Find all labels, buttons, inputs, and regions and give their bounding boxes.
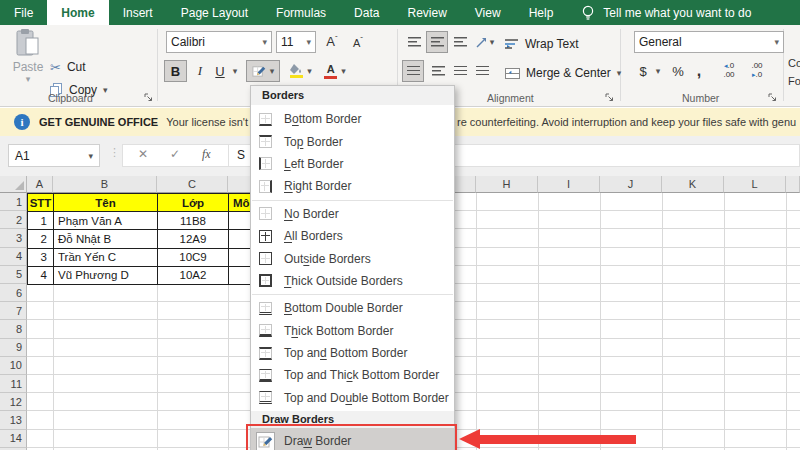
row-header-14[interactable]: 14 bbox=[0, 430, 27, 448]
table-cell[interactable]: Phạm Văn A bbox=[54, 212, 158, 230]
row-header-1[interactable]: 1 bbox=[0, 193, 27, 211]
currency-button[interactable]: $ bbox=[634, 60, 652, 82]
col-header-B[interactable]: B bbox=[53, 176, 157, 193]
increase-decimal-button[interactable]: ◂.0.00 bbox=[716, 60, 742, 82]
row-header-3[interactable]: 3 bbox=[0, 229, 27, 247]
table-cell[interactable]: Vũ Phương D bbox=[54, 267, 158, 285]
menu-item-top-and-thick-bottom-border[interactable]: Top and Thick Bottom Border bbox=[251, 364, 454, 386]
row-header-2[interactable]: 2 bbox=[0, 211, 27, 229]
enter-icon[interactable]: ✓ bbox=[170, 147, 180, 161]
menu-item-top-and-bottom-border[interactable]: Top and Bottom Border bbox=[251, 342, 454, 364]
wrap-text-button[interactable]: Wrap Text bbox=[505, 34, 579, 54]
formula-bar-handle[interactable]: ⋮ bbox=[109, 146, 120, 159]
table-cell[interactable]: 1 bbox=[28, 212, 54, 230]
clipboard-dialog-launcher[interactable] bbox=[144, 93, 154, 103]
row-header-11[interactable]: 11 bbox=[0, 375, 27, 393]
increase-indent-button[interactable] bbox=[472, 60, 492, 82]
tab-help[interactable]: Help bbox=[515, 0, 568, 25]
middle-align-button[interactable] bbox=[426, 31, 448, 53]
table-cell[interactable]: 10C9 bbox=[158, 249, 229, 267]
menu-item-top-border[interactable]: Top Border bbox=[251, 130, 454, 152]
tab-file[interactable]: File bbox=[0, 0, 47, 25]
align-center-button[interactable] bbox=[428, 60, 448, 82]
percent-button[interactable]: % bbox=[668, 60, 688, 82]
comma-button[interactable]: , bbox=[692, 60, 706, 82]
tab-data[interactable]: Data bbox=[340, 0, 393, 25]
bold-button[interactable]: B bbox=[164, 60, 187, 82]
decrease-decimal-button[interactable]: .00▸.0 bbox=[744, 60, 770, 82]
font-color-button[interactable]: A ▾ bbox=[320, 60, 350, 82]
table-header-cell[interactable]: STT bbox=[28, 194, 54, 212]
paste-button[interactable]: Paste ▾ bbox=[8, 28, 48, 96]
table-cell[interactable]: 12A9 bbox=[158, 230, 229, 248]
orientation-button[interactable]: ▾ bbox=[472, 31, 498, 53]
underline-button[interactable]: U bbox=[211, 60, 229, 82]
bottom-align-button[interactable] bbox=[450, 31, 470, 53]
menu-item-no-border[interactable]: No Border bbox=[251, 203, 454, 225]
row-header-13[interactable]: 13 bbox=[0, 411, 27, 429]
table-cell[interactable]: 3 bbox=[28, 249, 54, 267]
name-box-caret-icon[interactable]: ▾ bbox=[88, 151, 93, 161]
paste-dropdown-caret-icon[interactable]: ▾ bbox=[26, 74, 31, 84]
cancel-icon[interactable]: ✕ bbox=[138, 147, 148, 161]
col-header-A[interactable]: A bbox=[27, 176, 53, 193]
menu-item-thick-bottom-border[interactable]: Thick Bottom Border bbox=[251, 320, 454, 342]
table-cell[interactable]: 4 bbox=[28, 267, 54, 285]
menu-item-bottom-double-border[interactable]: Bottom Double Border bbox=[251, 297, 454, 319]
align-left-button[interactable] bbox=[402, 60, 424, 82]
tab-insert[interactable]: Insert bbox=[109, 0, 167, 25]
underline-dropdown-caret[interactable]: ▾ bbox=[229, 60, 241, 82]
decrease-indent-button[interactable] bbox=[450, 60, 470, 82]
italic-button[interactable]: I bbox=[191, 60, 209, 82]
select-all-corner[interactable] bbox=[0, 176, 27, 193]
table-header-cell[interactable]: Tên bbox=[54, 194, 158, 212]
row-header-8[interactable]: 8 bbox=[0, 320, 27, 338]
col-header-J[interactable]: J bbox=[600, 176, 662, 193]
row-header-6[interactable]: 6 bbox=[0, 284, 27, 302]
number-format-combo[interactable]: General▾ bbox=[634, 31, 784, 53]
menu-item-bottom-border[interactable]: Bottom Border bbox=[251, 108, 454, 130]
col-header-K[interactable]: K bbox=[662, 176, 724, 193]
currency-caret[interactable]: ▾ bbox=[652, 60, 664, 82]
top-align-button[interactable] bbox=[404, 31, 424, 53]
col-header-C[interactable]: C bbox=[157, 176, 228, 193]
tab-home[interactable]: Home bbox=[47, 0, 108, 25]
col-header-H[interactable]: H bbox=[476, 176, 538, 193]
menu-item-right-border[interactable]: Right Border bbox=[251, 175, 454, 197]
formula-input[interactable] bbox=[122, 144, 800, 167]
font-name-combo[interactable]: Calibri▾ bbox=[166, 31, 272, 53]
borders-button[interactable]: ▾ bbox=[246, 60, 280, 82]
tab-view[interactable]: View bbox=[461, 0, 515, 25]
menu-item-thick-outside-borders[interactable]: Thick Outside Borders bbox=[251, 270, 454, 292]
name-box[interactable]: A1 ▾ bbox=[8, 144, 100, 167]
shrink-font-button[interactable]: Aˇ bbox=[348, 31, 368, 53]
copy-dropdown-caret-icon[interactable]: ▾ bbox=[103, 85, 108, 95]
font-size-combo[interactable]: 11▾ bbox=[276, 31, 316, 53]
row-header-7[interactable]: 7 bbox=[0, 302, 27, 320]
table-cell[interactable]: Trần Yến C bbox=[54, 249, 158, 267]
alignment-dialog-launcher[interactable] bbox=[605, 93, 615, 103]
menu-item-top-and-double-bottom-border[interactable]: Top and Double Bottom Border bbox=[251, 387, 454, 409]
conditional-formatting-fragment[interactable]: Co For bbox=[788, 55, 800, 90]
col-header-I[interactable]: I bbox=[538, 176, 600, 193]
menu-item-outside-borders[interactable]: Outside Borders bbox=[251, 247, 454, 269]
row-header-4[interactable]: 4 bbox=[0, 248, 27, 266]
row-header-5[interactable]: 5 bbox=[0, 266, 27, 284]
table-cell[interactable]: 10A2 bbox=[158, 267, 229, 285]
number-dialog-launcher[interactable] bbox=[768, 93, 778, 103]
row-header-10[interactable]: 10 bbox=[0, 357, 27, 375]
table-cell[interactable]: Đỗ Nhật B bbox=[54, 230, 158, 248]
cut-button[interactable]: ✂ Cut bbox=[50, 57, 86, 77]
table-header-cell[interactable]: Lớp bbox=[158, 194, 229, 212]
tab-page-layout[interactable]: Page Layout bbox=[167, 0, 262, 25]
col-header-partial[interactable] bbox=[786, 176, 800, 193]
function-icon[interactable]: fx bbox=[202, 147, 211, 162]
merge-center-button[interactable]: Merge & Center ▾ bbox=[505, 63, 621, 83]
col-header-L[interactable]: L bbox=[724, 176, 786, 193]
tab-review[interactable]: Review bbox=[393, 0, 460, 25]
table-cell[interactable]: 11B8 bbox=[158, 212, 229, 230]
tab-formulas[interactable]: Formulas bbox=[262, 0, 340, 25]
grow-font-button[interactable]: Aˆ bbox=[322, 31, 342, 53]
tell-me-box[interactable]: Tell me what you want to do bbox=[581, 0, 751, 25]
row-header-12[interactable]: 12 bbox=[0, 393, 27, 411]
